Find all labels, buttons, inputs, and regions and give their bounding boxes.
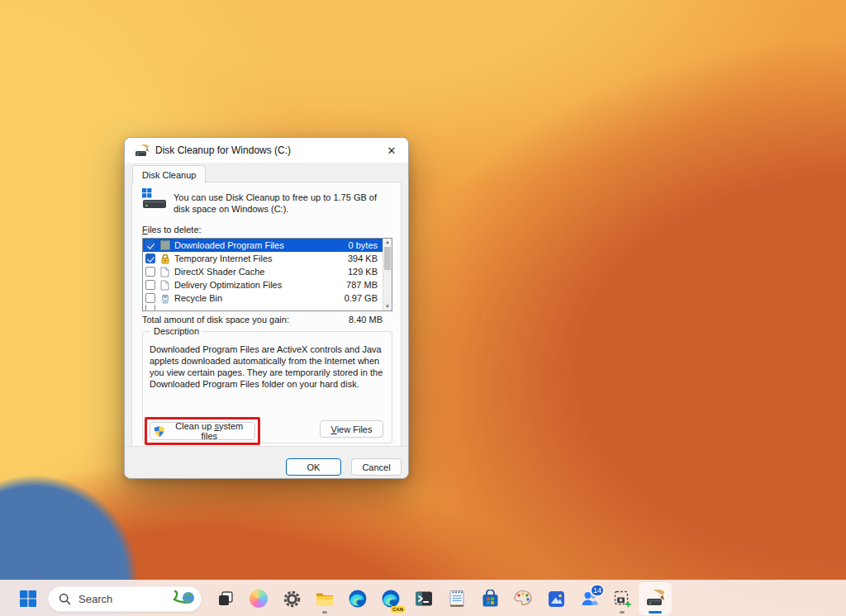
tab-label: Disk Cleanup — [142, 170, 196, 180]
terminal-button[interactable] — [407, 582, 440, 615]
gear-icon — [283, 590, 302, 609]
task-view-button[interactable] — [209, 582, 242, 615]
disk-cleanup-icon — [135, 145, 149, 157]
settings-button[interactable] — [275, 582, 308, 615]
start-button[interactable] — [12, 582, 45, 615]
checkbox-unchecked-icon[interactable] — [145, 267, 155, 277]
snipping-tool-button[interactable] — [606, 582, 639, 615]
search-box[interactable]: Search — [48, 586, 202, 612]
paint-icon — [513, 589, 533, 609]
taskbar-items: Search — [12, 580, 672, 616]
checkbox-unchecked-icon[interactable] — [145, 305, 155, 310]
search-placeholder: Search — [78, 593, 172, 605]
list-item-downloaded-program-files[interactable]: Downloaded Program Files 0 bytes — [143, 239, 392, 252]
list-scrollbar[interactable]: ▲ ▼ — [383, 239, 392, 310]
edge-button[interactable] — [341, 582, 374, 615]
ok-button[interactable]: OK — [286, 458, 341, 476]
list-item-temporary-internet-files[interactable]: Temporary Internet Files 394 KB — [143, 252, 392, 265]
running-indicator — [322, 611, 327, 614]
checkbox-checked-icon[interactable] — [145, 240, 155, 250]
snipping-tool-icon — [613, 590, 632, 609]
scroll-down-icon[interactable]: ▼ — [383, 303, 392, 310]
program-folder-icon — [159, 240, 170, 251]
file-explorer-button[interactable] — [308, 582, 341, 615]
dialog-footer: OK Cancel — [125, 446, 408, 478]
active-indicator — [649, 611, 662, 614]
file-explorer-icon — [315, 589, 335, 609]
lock-icon — [159, 254, 170, 264]
search-icon — [59, 593, 71, 605]
microsoft-store-button[interactable] — [473, 582, 506, 615]
clean-up-system-files-button[interactable]: Clean up system files — [150, 422, 255, 440]
running-indicator — [620, 611, 625, 614]
list-item-label: Downloaded Program Files — [174, 240, 345, 250]
scrollbar-thumb[interactable] — [384, 247, 391, 270]
task-view-icon — [216, 590, 235, 608]
files-to-delete-label: Files to delete: — [142, 225, 202, 235]
copilot-button[interactable] — [242, 582, 275, 615]
notepad-icon — [448, 589, 466, 609]
photos-button[interactable] — [539, 582, 573, 615]
microsoft-store-icon — [481, 590, 500, 609]
checkbox-unchecked-icon[interactable] — [145, 293, 155, 303]
tab-disk-cleanup[interactable]: Disk Cleanup — [132, 165, 206, 183]
close-icon: ✕ — [387, 145, 397, 157]
file-icon — [159, 267, 170, 277]
scroll-up-icon[interactable]: ▲ — [383, 239, 392, 246]
list-item-label: Delivery Optimization Files — [174, 280, 342, 290]
search-highlight-image — [172, 590, 197, 608]
canary-badge: CAN — [391, 606, 405, 613]
list-item-directx-shader-cache[interactable]: DirectX Shader Cache 129 KB — [143, 265, 392, 278]
checkbox-checked-icon[interactable] — [145, 254, 155, 263]
total-value: 8.40 MB — [349, 315, 383, 325]
file-icon — [159, 280, 170, 291]
total-label: Total amount of disk space you gain: — [142, 315, 289, 325]
terminal-icon — [414, 589, 434, 609]
list-item-delivery-optimization-files[interactable]: Delivery Optimization Files 787 MB — [143, 278, 392, 291]
uac-shield-icon — [154, 425, 165, 438]
edge-icon — [348, 589, 368, 609]
edge-canary-button[interactable]: CAN — [374, 582, 407, 615]
tab-strip: Disk Cleanup — [125, 163, 408, 182]
list-item-label: Recycle Bin — [174, 293, 340, 303]
notification-badge: 14 — [590, 584, 605, 597]
view-files-label: View Files — [331, 424, 373, 434]
close-button[interactable]: ✕ — [375, 138, 408, 163]
list-item-recycle-bin[interactable]: Recycle Bin 0.97 GB — [143, 291, 392, 305]
windows-drive-icon — [142, 188, 169, 211]
list-item-label: DirectX Shader Cache — [174, 267, 344, 277]
intro-text: You can use Disk Cleanup to free up to 1… — [173, 192, 389, 215]
disk-cleanup-dialog: Disk Cleanup for Windows (C:) ✕ Disk Cle… — [124, 137, 409, 479]
cleanup-button-label: Clean up system files — [168, 421, 251, 441]
photos-icon — [547, 590, 566, 609]
notepad-button[interactable] — [440, 582, 473, 615]
total-row: Total amount of disk space you gain: 8.4… — [142, 315, 383, 325]
dialog-titlebar[interactable]: Disk Cleanup for Windows (C:) ✕ — [125, 138, 408, 163]
teams-button[interactable]: 14 — [573, 582, 606, 615]
copilot-icon — [250, 590, 268, 608]
description-groupbox: Description Downloaded Program Files are… — [142, 331, 392, 443]
paint-button[interactable] — [506, 582, 539, 615]
view-files-button[interactable]: View Files — [320, 420, 383, 438]
dialog-title: Disk Cleanup for Windows (C:) — [155, 145, 291, 156]
description-legend: Description — [150, 326, 202, 336]
recycle-bin-icon — [159, 293, 170, 304]
windows-logo-icon — [18, 589, 38, 609]
tab-page: You can use Disk Cleanup to free up to 1… — [131, 182, 402, 448]
list-item-label: Temporary Internet Files — [174, 254, 344, 263]
files-listbox[interactable]: Downloaded Program Files 0 bytes Tempora… — [142, 238, 392, 311]
taskbar: Search — [0, 580, 846, 616]
checkbox-unchecked-icon[interactable] — [145, 280, 155, 290]
description-text: Downloaded Program Files are ActiveX con… — [150, 344, 383, 390]
cancel-button[interactable]: Cancel — [351, 458, 402, 476]
list-item-partial[interactable] — [143, 305, 392, 310]
red-annotation-box: Clean up system files — [145, 417, 260, 445]
disk-cleanup-taskbar-button[interactable] — [639, 582, 672, 615]
disk-cleanup-icon — [645, 590, 665, 608]
